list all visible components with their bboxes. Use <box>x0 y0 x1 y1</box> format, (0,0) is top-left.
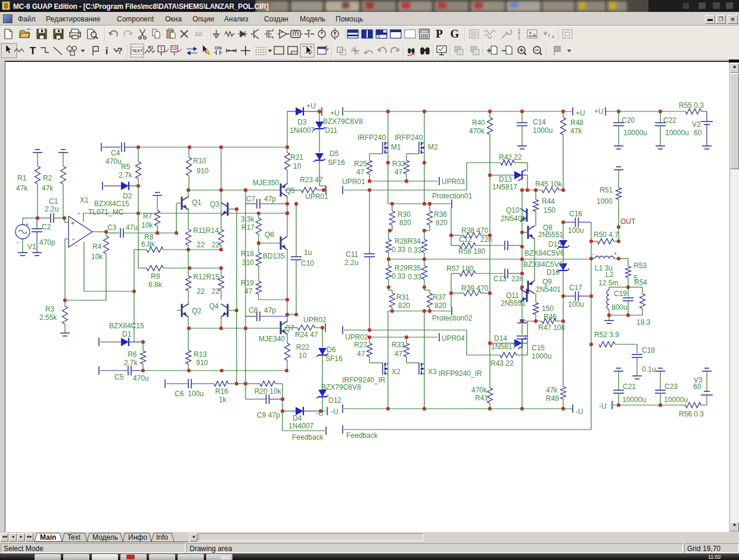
svg-text:T: T <box>30 45 36 57</box>
svg-text:10k: 10k <box>141 221 153 229</box>
svg-text:47: 47 <box>395 350 403 358</box>
svg-text:13: 13 <box>172 46 177 51</box>
svg-text:R54: R54 <box>634 278 647 287</box>
svg-text:R39 470: R39 470 <box>461 284 489 293</box>
svg-text:C20: C20 <box>622 116 635 125</box>
svg-text:Q10: Q10 <box>506 206 520 214</box>
svg-text:MJE350: MJE350 <box>253 179 279 187</box>
svg-text:+: + <box>71 220 74 226</box>
svg-text:Info: Info <box>156 533 168 542</box>
svg-text:C10: C10 <box>301 259 314 267</box>
svg-text:+: + <box>77 211 80 216</box>
svg-text:BZX84C5V6: BZX84C5V6 <box>523 260 563 269</box>
svg-text:Text: Text <box>67 533 81 542</box>
svg-text:1N5817: 1N5817 <box>491 343 516 351</box>
svg-text:R4: R4 <box>92 242 102 251</box>
svg-text:D3: D3 <box>297 118 307 126</box>
svg-text:Q3: Q3 <box>210 200 219 209</box>
svg-text:R51: R51 <box>600 186 613 194</box>
svg-text:R17: R17 <box>241 223 254 232</box>
svg-text:R1: R1 <box>17 174 27 182</box>
svg-text:BZX84C5V6: BZX84C5V6 <box>524 249 564 257</box>
svg-text:470k: 470k <box>471 386 488 394</box>
svg-text:BD135: BD135 <box>263 252 285 260</box>
svg-text:Q9: Q9 <box>542 278 552 286</box>
svg-text:10: 10 <box>299 351 307 360</box>
svg-text:10000u: 10000u <box>623 129 647 137</box>
svg-text:10k: 10k <box>91 253 103 261</box>
svg-text:C19: C19 <box>614 290 627 298</box>
svg-text:310: 310 <box>242 259 254 267</box>
svg-text:R12R15: R12R15 <box>193 273 219 281</box>
svg-text:Модель: Модель <box>92 533 118 542</box>
svg-text:R36: R36 <box>434 210 447 219</box>
svg-text:6.8k: 6.8k <box>141 240 156 248</box>
svg-text:22: 22 <box>197 241 205 249</box>
svg-text:R3: R3 <box>45 305 55 313</box>
svg-text:M1: M1 <box>391 143 401 151</box>
svg-text:47: 47 <box>356 168 365 176</box>
svg-text:R27: R27 <box>354 341 367 349</box>
svg-text:2N5551: 2N5551 <box>501 299 526 307</box>
svg-text:Protection01: Protection01 <box>432 192 473 200</box>
svg-text:R43 22: R43 22 <box>490 359 514 368</box>
svg-text:D16: D16 <box>547 268 560 276</box>
svg-text:60: 60 <box>694 129 702 137</box>
svg-text:6.8k: 6.8k <box>148 281 163 289</box>
svg-text:1u: 1u <box>304 248 312 257</box>
svg-text:D6: D6 <box>327 346 336 354</box>
svg-text:-: - <box>72 235 74 243</box>
svg-text:C14: C14 <box>533 118 546 126</box>
svg-text:R49: R49 <box>546 394 559 403</box>
svg-text:D1: D1 <box>122 330 132 338</box>
svg-text:2.2u: 2.2u <box>344 259 358 267</box>
svg-text:910: 910 <box>196 359 208 367</box>
svg-text:+: + <box>614 251 617 257</box>
svg-text:Инфо: Инфо <box>128 533 147 542</box>
svg-text:All: All <box>195 31 203 38</box>
svg-text:R9: R9 <box>151 272 160 281</box>
svg-text:Q5: Q5 <box>285 186 295 195</box>
svg-text:C21: C21 <box>623 382 636 391</box>
svg-text:100u: 100u <box>568 300 584 309</box>
svg-text:47k: 47k <box>546 386 558 394</box>
svg-text:60: 60 <box>693 382 701 391</box>
svg-text:R25: R25 <box>354 160 367 168</box>
svg-text:C4: C4 <box>111 149 120 157</box>
svg-text:-: - <box>592 251 594 257</box>
svg-text:47: 47 <box>395 168 403 176</box>
svg-text:R41: R41 <box>475 394 488 402</box>
svg-text:R50 4.7: R50 4.7 <box>594 231 619 239</box>
svg-text:R32: R32 <box>392 160 405 168</box>
svg-text:D15: D15 <box>548 240 561 248</box>
svg-text:B: B <box>552 35 554 39</box>
svg-text:0.33: 0.33 <box>392 245 406 254</box>
svg-text:Main: Main <box>40 533 56 542</box>
svg-text:R18: R18 <box>241 250 254 258</box>
svg-text:SF16: SF16 <box>325 354 343 363</box>
svg-text:P: P <box>436 27 443 40</box>
svg-text:0.33: 0.33 <box>408 246 422 254</box>
svg-text:Q7: Q7 <box>285 324 294 332</box>
svg-text:18.3: 18.3 <box>636 318 651 326</box>
svg-text:UPR03: UPR03 <box>442 178 465 186</box>
svg-text:910: 910 <box>197 167 209 175</box>
svg-text:Q4: Q4 <box>209 302 219 310</box>
svg-text:V2: V2 <box>692 120 701 129</box>
svg-text:470u: 470u <box>105 157 122 166</box>
svg-text:820: 820 <box>399 219 411 227</box>
svg-text:OUT: OUT <box>620 217 636 226</box>
svg-text:10000u: 10000u <box>665 129 689 137</box>
svg-text:D11: D11 <box>325 126 337 135</box>
svg-text:SF16: SF16 <box>328 158 345 167</box>
svg-text:10000u: 10000u <box>622 396 646 404</box>
svg-text:R42 22: R42 22 <box>499 153 522 161</box>
svg-text:22: 22 <box>212 241 220 249</box>
svg-text:+U: +U <box>594 107 604 116</box>
svg-text:C8: C8 <box>249 306 258 315</box>
svg-text:+U: +U <box>576 109 585 117</box>
svg-text:150: 150 <box>542 304 554 313</box>
svg-text:X2: X2 <box>392 368 400 376</box>
svg-text:D14: D14 <box>494 334 507 343</box>
svg-text:470u: 470u <box>133 374 149 382</box>
